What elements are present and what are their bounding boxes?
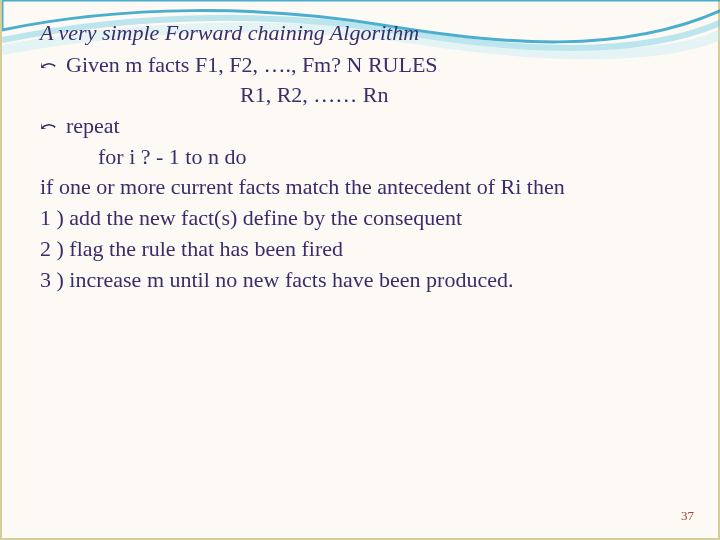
line-rules: R1, R2, …… Rn (40, 80, 680, 110)
slide: A very simple Forward chaining Algorithm… (0, 0, 720, 540)
slide-title: A very simple Forward chaining Algorithm (40, 18, 680, 48)
line-repeat: ⤺repeat (40, 111, 680, 141)
text-repeat: repeat (66, 113, 120, 138)
line-step1: 1 ) add the new fact(s) define by the co… (40, 203, 680, 233)
text-given: Given m facts F1, F2, …., Fm? N RULES (66, 52, 438, 77)
line-ifmatch: if one or more current facts match the a… (40, 172, 680, 202)
slide-content: A very simple Forward chaining Algorithm… (40, 18, 680, 295)
bullet-icon: ⤺ (40, 113, 66, 140)
line-step3: 3 ) increase m until no new facts have b… (40, 265, 680, 295)
line-for: for i ? - 1 to n do (40, 142, 680, 172)
page-number: 37 (681, 508, 694, 524)
line-step2: 2 ) flag the rule that has been fired (40, 234, 680, 264)
line-given: ⤺Given m facts F1, F2, …., Fm? N RULES (40, 50, 680, 80)
bullet-icon: ⤺ (40, 52, 66, 79)
